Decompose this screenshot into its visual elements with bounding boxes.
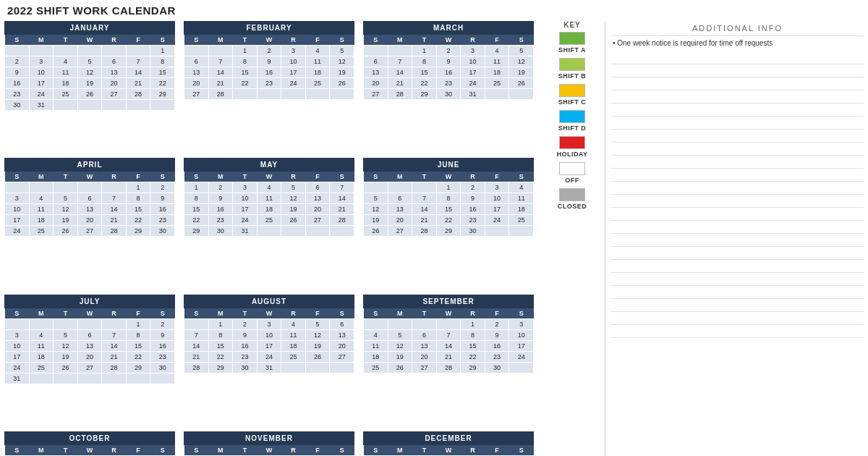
key-item-shift-a: SHIFT A (542, 32, 602, 54)
calendar-day: 3 (5, 193, 30, 204)
calendar-day: 10 (5, 204, 30, 215)
day-header: F (305, 445, 330, 456)
day-header: S (364, 445, 388, 456)
calendar-day: 28 (330, 215, 354, 226)
calendar-day: 30 (461, 226, 485, 237)
day-header: M (29, 172, 54, 182)
calendar-day: 3 (233, 182, 258, 193)
calendar-day: 13 (184, 67, 209, 78)
month-header: DECEMBER (363, 431, 534, 445)
calendar-day: 25 (54, 89, 78, 100)
day-header: T (412, 172, 437, 182)
calendar-day: 18 (364, 352, 388, 363)
day-header: W (257, 35, 281, 46)
calendar-day (5, 182, 30, 193)
calendar-day: 20 (102, 78, 127, 89)
day-header: F (305, 308, 330, 319)
key-label: CLOSED (558, 203, 587, 210)
calendar-day: 19 (54, 215, 78, 226)
main-container: JANUARYSMTWRFS12345678910111213141516171… (0, 21, 868, 456)
calendar-day (54, 182, 78, 193)
calendar-day: 24 (509, 352, 534, 363)
calendar-day: 7 (412, 193, 437, 204)
calendar-day: 30 (150, 363, 175, 373)
calendar-day (330, 89, 354, 100)
calendar-day: 21 (126, 78, 150, 89)
calendar-day: 21 (412, 215, 437, 226)
calendar-day: 29 (461, 363, 485, 373)
key-label: SHIFT D (558, 124, 587, 132)
calendar-day: 11 (281, 330, 306, 341)
day-header: S (184, 308, 209, 319)
calendar-day: 10 (257, 330, 281, 341)
calendar-day: 23 (257, 78, 281, 89)
calendar-day: 14 (208, 67, 233, 78)
calendar-day: 27 (184, 89, 209, 100)
calendar-day: 4 (509, 182, 534, 193)
calendar-day (305, 226, 330, 237)
calendar-day (5, 319, 30, 330)
calendar-day: 27 (364, 89, 388, 100)
calendar-day: 20 (77, 352, 102, 363)
calendar-day: 16 (485, 341, 509, 352)
calendar-day (330, 226, 354, 237)
calendar-day: 28 (102, 363, 127, 373)
calendar-day: 17 (281, 67, 306, 78)
calendar-table: SMTWRFS123456789101112131415161718192021… (184, 308, 354, 373)
calendar-day (77, 182, 102, 193)
calendar-day: 20 (184, 78, 209, 89)
info-line (611, 64, 864, 77)
key-swatch (559, 58, 585, 71)
month-block-january: JANUARYSMTWRFS12345678910111213141516171… (4, 21, 175, 155)
calendar-day: 16 (150, 204, 175, 215)
calendar-day (29, 46, 54, 56)
calendar-day: 4 (54, 56, 78, 67)
calendar-day (281, 89, 306, 100)
day-header: T (412, 445, 437, 456)
key-swatch (559, 110, 585, 123)
calendar-day (509, 226, 534, 237)
day-header: F (305, 172, 330, 182)
calendar-day: 25 (281, 352, 306, 363)
calendar-day: 22 (412, 78, 437, 89)
day-header: S (5, 308, 30, 319)
day-header: S (5, 35, 30, 46)
calendar-day (5, 46, 30, 56)
calendar-day: 31 (5, 373, 30, 384)
calendar-day: 21 (102, 352, 127, 363)
calendar-day: 17 (509, 341, 534, 352)
calendar-day: 13 (102, 67, 127, 78)
calendar-day (54, 319, 78, 330)
calendar-day: 1 (208, 319, 233, 330)
info-line (611, 117, 864, 130)
calendar-day: 25 (29, 363, 54, 373)
calendar-day: 5 (305, 319, 330, 330)
calendar-day: 31 (257, 363, 281, 373)
day-header: M (208, 308, 233, 319)
calendar-day: 9 (150, 330, 175, 341)
month-header: JUNE (363, 158, 534, 172)
calendar-table: SMTWRFS123456789101112131415161718192021… (4, 308, 175, 384)
calendar-day: 3 (257, 319, 281, 330)
calendar-day: 14 (184, 341, 209, 352)
calendar-day: 5 (330, 46, 354, 56)
calendar-day: 24 (485, 215, 509, 226)
calendar-day: 24 (257, 352, 281, 363)
calendar-day: 21 (102, 215, 127, 226)
calendar-day: 28 (412, 226, 437, 237)
info-line (611, 312, 864, 325)
day-header: M (388, 445, 412, 456)
calendar-day (77, 100, 102, 111)
key-item-shift-d: SHIFT D (542, 110, 602, 132)
info-lines (611, 51, 864, 338)
day-header: R (461, 445, 485, 456)
calendar-table: SMTWRFS123456789101112131415161718192021… (4, 172, 175, 237)
calendar-day: 23 (208, 215, 233, 226)
calendar-day: 8 (208, 330, 233, 341)
day-header: T (233, 35, 258, 46)
calendar-day: 7 (436, 330, 461, 341)
calendar-day: 5 (54, 330, 78, 341)
calendar-day: 23 (485, 352, 509, 363)
calendar-day: 23 (150, 215, 175, 226)
day-header: R (102, 308, 127, 319)
